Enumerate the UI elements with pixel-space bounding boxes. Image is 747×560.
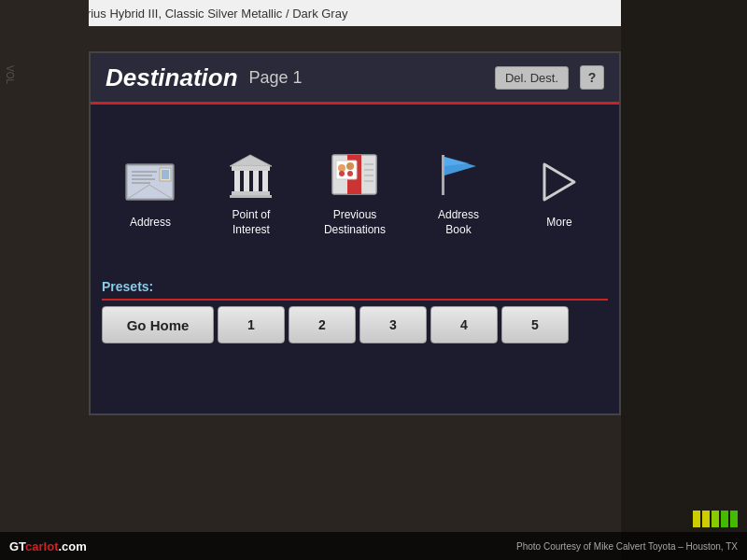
address-envelope-icon — [124, 159, 176, 205]
svg-marker-32 — [544, 164, 574, 200]
photo-credit: Photo Courtesy of Mike Calvert Toyota – … — [516, 541, 738, 552]
vol-label: VOL — [5, 65, 15, 84]
stripe-4 — [721, 511, 728, 527]
svg-rect-7 — [162, 170, 169, 179]
right-panel — [621, 0, 747, 560]
address-book-nav-item[interactable]: AddressBook — [430, 149, 486, 237]
address-book-label: AddressBook — [438, 208, 479, 237]
help-button[interactable]: ? — [580, 65, 604, 90]
pillars-building-icon — [225, 151, 276, 198]
address-label: Address — [130, 216, 171, 231]
svg-rect-14 — [253, 171, 259, 191]
photo-book-icon — [327, 149, 383, 201]
go-home-button[interactable]: Go Home — [102, 306, 214, 343]
address-nav-item[interactable]: Address — [122, 157, 178, 231]
preset-3-button[interactable]: 3 — [359, 306, 427, 343]
stripe-3 — [712, 511, 719, 527]
previous-destinations-nav-item[interactable]: PreviousDestinations — [324, 149, 386, 237]
svg-point-24 — [347, 171, 353, 176]
preset-5-button[interactable]: 5 — [501, 306, 569, 343]
more-label: More — [546, 216, 571, 231]
svg-point-22 — [346, 162, 354, 170]
svg-rect-16 — [232, 191, 270, 195]
presets-section: Presets: Go Home 1 2 3 4 5 — [91, 273, 619, 349]
right-arrow-icon — [541, 159, 578, 205]
svg-marker-10 — [230, 155, 272, 166]
previous-destinations-label: PreviousDestinations — [324, 208, 386, 237]
pillars-icon — [223, 149, 279, 201]
address-icon — [122, 157, 178, 208]
del-dest-button[interactable]: Del. Dest. — [495, 66, 569, 90]
svg-rect-15 — [262, 171, 268, 191]
screen-header: Destination Page 1 Del. Dest. ? — [91, 53, 619, 102]
stripe-5 — [730, 511, 738, 527]
decorative-stripes — [693, 511, 738, 527]
svg-point-23 — [339, 171, 345, 176]
icons-area: Address — [91, 105, 619, 273]
stripe-2 — [702, 511, 710, 527]
svg-point-21 — [338, 164, 345, 172]
presets-label: Presets: — [102, 279, 153, 294]
svg-rect-29 — [442, 155, 444, 195]
stripe-1 — [693, 511, 700, 527]
point-of-interest-nav-item[interactable]: Point ofInterest — [223, 149, 279, 237]
screen-title: Destination — [106, 63, 238, 92]
left-panel: VOL — [0, 0, 89, 560]
more-nav-item[interactable]: More — [531, 157, 587, 231]
preset-2-button[interactable]: 2 — [289, 306, 356, 343]
svg-rect-11 — [232, 166, 270, 171]
flag-icon — [430, 149, 486, 201]
preset-4-button[interactable]: 4 — [430, 306, 498, 343]
presets-buttons-row: Go Home 1 2 3 4 5 — [102, 301, 608, 349]
page-label: Page 1 — [249, 68, 303, 88]
bottom-bar: GTcarlot.com Photo Courtesy of Mike Calv… — [0, 532, 747, 560]
svg-rect-17 — [230, 195, 272, 198]
photo-frame: 2010 Toyota Prius Hybrid III, Classic Si… — [0, 0, 747, 560]
point-of-interest-label: Point ofInterest — [233, 208, 271, 237]
more-arrow-icon — [531, 157, 587, 208]
flag-blue-icon — [432, 151, 484, 198]
gtcarlot-logo: GTcarlot.com — [9, 539, 87, 553]
svg-rect-13 — [244, 171, 249, 191]
preset-1-button[interactable]: 1 — [218, 306, 285, 343]
navigation-screen: Destination Page 1 Del. Dest. ? — [89, 51, 621, 415]
book-with-photo-icon — [329, 151, 380, 198]
svg-rect-12 — [234, 171, 240, 191]
